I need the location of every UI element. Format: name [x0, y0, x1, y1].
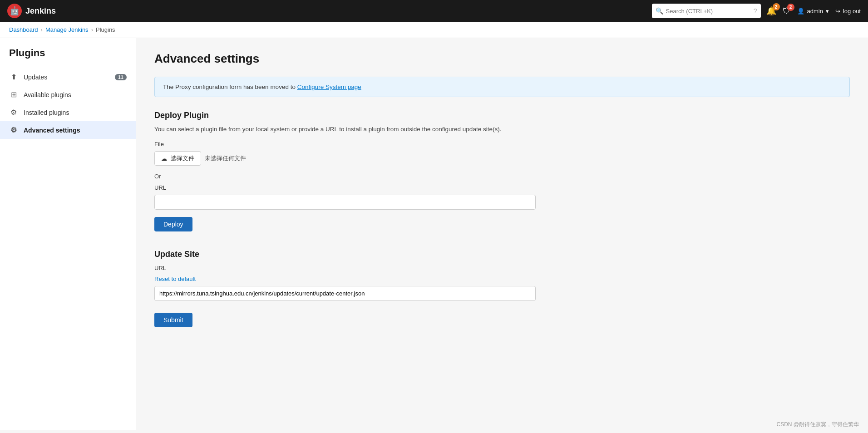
update-site-url-label: URL [154, 265, 850, 271]
submit-button[interactable]: Submit [154, 313, 192, 327]
jenkins-logo[interactable]: 🤖 Jenkins [7, 4, 56, 18]
breadcrumb-sep-1: › [41, 26, 43, 33]
search-icon: 🔍 [656, 7, 663, 15]
search-input[interactable] [666, 8, 751, 15]
sidebar-item-installed-plugins-label: Installed plugins [24, 109, 127, 116]
user-dropdown-icon: ▾ [826, 8, 829, 15]
or-label: Or [154, 173, 161, 180]
available-plugins-icon: ⊞ [9, 90, 18, 99]
sidebar-item-updates[interactable]: ⬆ Updates 11 [0, 68, 136, 86]
logout-label: log out [843, 8, 861, 15]
breadcrumb-plugins: Plugins [96, 26, 115, 33]
breadcrumb-dashboard[interactable]: Dashboard [9, 26, 38, 33]
deploy-plugin-section: Deploy Plugin You can select a plugin fi… [154, 111, 850, 231]
deploy-url-input[interactable] [154, 195, 536, 210]
configure-system-link[interactable]: Configure System page [297, 84, 361, 90]
installed-plugins-icon: ⚙ [9, 108, 18, 117]
advanced-settings-icon: ⚙ [9, 126, 18, 134]
notifications-button[interactable]: 🔔 2 [766, 6, 776, 16]
sidebar-item-available-plugins[interactable]: ⊞ Available plugins [0, 86, 136, 103]
logout-button[interactable]: ↪ log out [835, 8, 861, 15]
sidebar-item-updates-label: Updates [24, 74, 109, 81]
file-field-group: File ☁ 选择文件 未选择任何文件 [154, 141, 850, 166]
update-site-section: Update Site URL Reset to default Submit [154, 250, 850, 327]
sidebar-item-advanced-settings-label: Advanced settings [24, 127, 127, 134]
search-box[interactable]: 🔍 ? [652, 4, 761, 18]
sidebar-item-available-plugins-label: Available plugins [24, 91, 127, 98]
security-button[interactable]: 🛡 2 [783, 6, 791, 16]
notifications-badge: 2 [773, 3, 780, 10]
deploy-plugin-desc: You can select a plugin file from your l… [154, 126, 850, 133]
or-separator: Or [154, 173, 850, 180]
info-banner-text: The Proxy configuration form has been mo… [163, 84, 297, 90]
header: 🤖 Jenkins 🔍 ? 🔔 2 🛡 2 👤 admin ▾ ↪ log ou… [0, 0, 868, 22]
file-label: File [154, 141, 850, 148]
upload-icon: ☁ [161, 155, 167, 162]
sidebar-title: Plugins [0, 47, 136, 68]
file-no-file-text: 未选择任何文件 [205, 154, 246, 162]
page-title: Advanced settings [154, 52, 850, 66]
updates-badge: 11 [115, 74, 127, 80]
breadcrumb: Dashboard › Manage Jenkins › Plugins [0, 22, 868, 38]
footer-text: CSDN @耐得住寂寞，守得住繁华 [776, 421, 859, 428]
breadcrumb-sep-2: › [91, 26, 93, 33]
update-site-url-group: URL Reset to default [154, 265, 850, 301]
breadcrumb-manage-jenkins[interactable]: Manage Jenkins [45, 26, 89, 33]
url-field-group: URL [154, 184, 850, 210]
jenkins-logo-icon: 🤖 [7, 4, 22, 18]
file-choose-label: 选择文件 [171, 154, 194, 162]
updates-icon: ⬆ [9, 73, 18, 81]
main-content: Advanced settings The Proxy configuratio… [136, 38, 868, 430]
jenkins-logo-text: Jenkins [25, 6, 56, 16]
user-name: admin [807, 8, 823, 15]
url-label: URL [154, 184, 850, 191]
logout-icon: ↪ [835, 8, 840, 15]
deploy-button[interactable]: Deploy [154, 217, 192, 231]
user-menu[interactable]: 👤 admin ▾ [797, 8, 829, 15]
file-choose-button[interactable]: ☁ 选择文件 [154, 151, 201, 166]
sidebar-item-advanced-settings[interactable]: ⚙ Advanced settings [0, 121, 136, 139]
info-banner: The Proxy configuration form has been mo… [154, 77, 850, 97]
update-site-url-input[interactable] [154, 286, 536, 301]
user-icon: 👤 [797, 8, 804, 15]
deploy-plugin-title: Deploy Plugin [154, 111, 850, 120]
reset-to-default-link[interactable]: Reset to default [154, 276, 196, 282]
update-site-title: Update Site [154, 250, 850, 259]
layout: Plugins ⬆ Updates 11 ⊞ Available plugins… [0, 38, 868, 430]
sidebar: Plugins ⬆ Updates 11 ⊞ Available plugins… [0, 38, 136, 430]
header-right: 🔔 2 🛡 2 👤 admin ▾ ↪ log out [766, 6, 861, 16]
search-help-icon[interactable]: ? [754, 7, 757, 15]
sidebar-item-installed-plugins[interactable]: ⚙ Installed plugins [0, 103, 136, 121]
security-badge: 2 [787, 4, 794, 11]
